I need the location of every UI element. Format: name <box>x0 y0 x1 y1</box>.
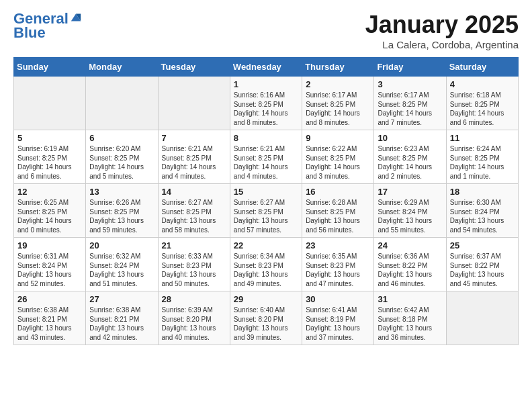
calendar-cell: 23Sunrise: 6:35 AM Sunset: 8:23 PM Dayli… <box>302 238 374 291</box>
header-day-sunday: Sunday <box>14 58 86 77</box>
calendar-cell: 31Sunrise: 6:42 AM Sunset: 8:18 PM Dayli… <box>374 291 446 345</box>
calendar-cell: 14Sunrise: 6:27 AM Sunset: 8:25 PM Dayli… <box>158 184 230 238</box>
calendar-cell: 11Sunrise: 6:24 AM Sunset: 8:25 PM Dayli… <box>446 130 518 184</box>
calendar-cell: 8Sunrise: 6:21 AM Sunset: 8:25 PM Daylig… <box>230 130 302 184</box>
day-content: Sunrise: 6:22 AM Sunset: 8:25 PM Dayligh… <box>306 144 370 181</box>
header-day-thursday: Thursday <box>302 58 374 77</box>
day-number: 5 <box>17 133 82 143</box>
calendar-cell: 15Sunrise: 6:27 AM Sunset: 8:25 PM Dayli… <box>230 184 302 238</box>
calendar-cell: 3Sunrise: 6:17 AM Sunset: 8:25 PM Daylig… <box>374 77 446 130</box>
calendar-cell: 4Sunrise: 6:18 AM Sunset: 8:25 PM Daylig… <box>446 77 518 130</box>
day-number: 9 <box>306 133 370 143</box>
day-number: 14 <box>162 187 226 197</box>
day-content: Sunrise: 6:17 AM Sunset: 8:25 PM Dayligh… <box>306 91 370 127</box>
calendar-cell: 25Sunrise: 6:37 AM Sunset: 8:22 PM Dayli… <box>446 238 518 291</box>
calendar-cell: 22Sunrise: 6:34 AM Sunset: 8:23 PM Dayli… <box>230 238 302 291</box>
header-day-tuesday: Tuesday <box>158 58 230 77</box>
calendar-table: SundayMondayTuesdayWednesdayThursdayFrid… <box>13 57 519 345</box>
day-content: Sunrise: 6:42 AM Sunset: 8:18 PM Dayligh… <box>378 306 442 342</box>
week-row-3: 12Sunrise: 6:25 AM Sunset: 8:25 PM Dayli… <box>14 184 519 238</box>
day-number: 13 <box>89 187 154 197</box>
day-content: Sunrise: 6:23 AM Sunset: 8:25 PM Dayligh… <box>378 144 442 181</box>
day-content: Sunrise: 6:28 AM Sunset: 8:25 PM Dayligh… <box>306 198 370 234</box>
location-title: La Calera, Cordoba, Argentina <box>365 39 519 50</box>
day-number: 30 <box>306 294 370 304</box>
day-content: Sunrise: 6:29 AM Sunset: 8:24 PM Dayligh… <box>378 198 442 234</box>
day-number: 21 <box>162 240 226 250</box>
day-content: Sunrise: 6:16 AM Sunset: 8:25 PM Dayligh… <box>234 91 298 127</box>
day-content: Sunrise: 6:33 AM Sunset: 8:23 PM Dayligh… <box>162 252 226 288</box>
calendar-cell: 16Sunrise: 6:28 AM Sunset: 8:25 PM Dayli… <box>302 184 374 238</box>
day-number: 3 <box>378 79 442 89</box>
day-number: 7 <box>162 133 226 143</box>
day-number: 12 <box>17 187 82 197</box>
calendar-cell: 7Sunrise: 6:21 AM Sunset: 8:25 PM Daylig… <box>158 130 230 184</box>
day-content: Sunrise: 6:34 AM Sunset: 8:23 PM Dayligh… <box>234 252 298 288</box>
week-row-1: 1Sunrise: 6:16 AM Sunset: 8:25 PM Daylig… <box>14 77 519 130</box>
day-number: 29 <box>234 294 298 304</box>
day-content: Sunrise: 6:31 AM Sunset: 8:24 PM Dayligh… <box>17 252 82 288</box>
calendar-cell: 10Sunrise: 6:23 AM Sunset: 8:25 PM Dayli… <box>374 130 446 184</box>
day-content: Sunrise: 6:18 AM Sunset: 8:25 PM Dayligh… <box>450 91 515 127</box>
calendar-cell: 12Sunrise: 6:25 AM Sunset: 8:25 PM Dayli… <box>14 184 86 238</box>
day-content: Sunrise: 6:37 AM Sunset: 8:22 PM Dayligh… <box>450 252 515 288</box>
header: General Blue January 2025 La Calera, Cor… <box>13 11 519 50</box>
calendar-cell: 1Sunrise: 6:16 AM Sunset: 8:25 PM Daylig… <box>230 77 302 130</box>
calendar-cell: 19Sunrise: 6:31 AM Sunset: 8:24 PM Dayli… <box>14 238 86 291</box>
day-number: 22 <box>234 240 298 250</box>
logo: General Blue <box>13 11 82 42</box>
day-content: Sunrise: 6:35 AM Sunset: 8:23 PM Dayligh… <box>306 252 370 288</box>
calendar-cell: 27Sunrise: 6:38 AM Sunset: 8:21 PM Dayli… <box>86 291 158 345</box>
week-row-2: 5Sunrise: 6:19 AM Sunset: 8:25 PM Daylig… <box>14 130 519 184</box>
day-content: Sunrise: 6:20 AM Sunset: 8:25 PM Dayligh… <box>89 144 154 181</box>
day-content: Sunrise: 6:21 AM Sunset: 8:25 PM Dayligh… <box>162 144 226 181</box>
day-number: 2 <box>306 79 370 89</box>
day-number: 11 <box>450 133 515 143</box>
day-number: 15 <box>234 187 298 197</box>
header-day-monday: Monday <box>86 58 158 77</box>
day-number: 19 <box>17 240 82 250</box>
month-title: January 2025 <box>365 11 519 39</box>
calendar-cell: 20Sunrise: 6:32 AM Sunset: 8:24 PM Dayli… <box>86 238 158 291</box>
day-number: 18 <box>450 187 515 197</box>
day-number: 25 <box>450 240 515 250</box>
day-number: 10 <box>378 133 442 143</box>
day-content: Sunrise: 6:24 AM Sunset: 8:25 PM Dayligh… <box>450 144 515 181</box>
calendar-cell: 9Sunrise: 6:22 AM Sunset: 8:25 PM Daylig… <box>302 130 374 184</box>
week-row-5: 26Sunrise: 6:38 AM Sunset: 8:21 PM Dayli… <box>14 291 519 345</box>
day-number: 24 <box>378 240 442 250</box>
calendar-cell <box>158 77 230 130</box>
day-content: Sunrise: 6:30 AM Sunset: 8:24 PM Dayligh… <box>450 198 515 234</box>
day-content: Sunrise: 6:36 AM Sunset: 8:22 PM Dayligh… <box>378 252 442 288</box>
calendar-cell <box>86 77 158 130</box>
calendar-cell: 28Sunrise: 6:39 AM Sunset: 8:20 PM Dayli… <box>158 291 230 345</box>
day-content: Sunrise: 6:38 AM Sunset: 8:21 PM Dayligh… <box>89 306 154 342</box>
day-number: 26 <box>17 294 82 304</box>
day-content: Sunrise: 6:27 AM Sunset: 8:25 PM Dayligh… <box>234 198 298 234</box>
day-content: Sunrise: 6:40 AM Sunset: 8:20 PM Dayligh… <box>234 306 298 342</box>
day-number: 17 <box>378 187 442 197</box>
calendar-cell: 29Sunrise: 6:40 AM Sunset: 8:20 PM Dayli… <box>230 291 302 345</box>
logo-icon <box>70 11 82 24</box>
day-content: Sunrise: 6:27 AM Sunset: 8:25 PM Dayligh… <box>162 198 226 234</box>
calendar-cell: 17Sunrise: 6:29 AM Sunset: 8:24 PM Dayli… <box>374 184 446 238</box>
calendar-cell: 6Sunrise: 6:20 AM Sunset: 8:25 PM Daylig… <box>86 130 158 184</box>
day-number: 28 <box>162 294 226 304</box>
day-number: 4 <box>450 79 515 89</box>
calendar-cell <box>446 291 518 345</box>
day-content: Sunrise: 6:25 AM Sunset: 8:25 PM Dayligh… <box>17 198 82 234</box>
week-row-4: 19Sunrise: 6:31 AM Sunset: 8:24 PM Dayli… <box>14 238 519 291</box>
day-number: 23 <box>306 240 370 250</box>
day-content: Sunrise: 6:26 AM Sunset: 8:25 PM Dayligh… <box>89 198 154 234</box>
header-row: SundayMondayTuesdayWednesdayThursdayFrid… <box>14 58 519 77</box>
day-number: 6 <box>89 133 154 143</box>
day-content: Sunrise: 6:39 AM Sunset: 8:20 PM Dayligh… <box>162 306 226 342</box>
day-content: Sunrise: 6:21 AM Sunset: 8:25 PM Dayligh… <box>234 144 298 181</box>
calendar-cell: 21Sunrise: 6:33 AM Sunset: 8:23 PM Dayli… <box>158 238 230 291</box>
title-block: January 2025 La Calera, Cordoba, Argenti… <box>365 11 519 50</box>
header-day-saturday: Saturday <box>446 58 518 77</box>
calendar-cell <box>14 77 86 130</box>
day-number: 20 <box>89 240 154 250</box>
header-day-friday: Friday <box>374 58 446 77</box>
calendar-cell: 5Sunrise: 6:19 AM Sunset: 8:25 PM Daylig… <box>14 130 86 184</box>
